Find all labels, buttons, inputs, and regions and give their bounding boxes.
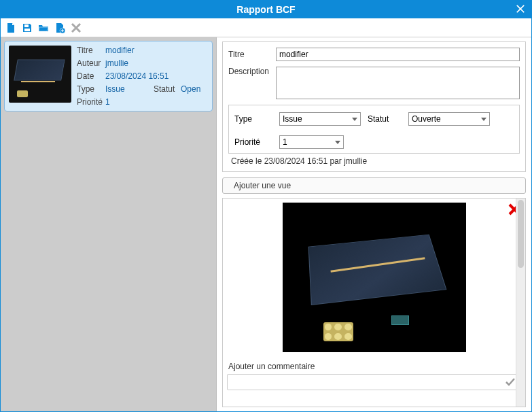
scroll-thumb[interactable]: [518, 200, 524, 268]
card-title-label: Titre: [77, 46, 105, 55]
card-type-value: Issue: [105, 84, 154, 94]
delete-button: [70, 22, 82, 34]
file-plus-icon: [54, 22, 65, 33]
add-file-button[interactable]: [54, 22, 66, 34]
priority-label: Priorité: [234, 137, 272, 147]
priority-select[interactable]: 1: [279, 135, 344, 149]
comment-input-box[interactable]: [227, 374, 521, 390]
issue-thumbnail: [9, 46, 71, 103]
check-icon: [504, 376, 516, 388]
svg-rect-0: [24, 24, 29, 27]
toolbar: [1, 18, 531, 37]
add-comment-label: Ajouter un commentaire: [228, 362, 521, 371]
card-author-value: jmullie: [105, 58, 208, 68]
view-image[interactable]: [283, 203, 466, 352]
status-label: Statut: [368, 114, 402, 124]
issue-list-panel: Titre modifier Auteur jmullie Date 23/08…: [1, 37, 217, 411]
close-icon: [516, 4, 525, 14]
dialog-title: Rapport BCF: [236, 4, 295, 15]
title-label: Titre: [228, 50, 276, 59]
svg-rect-1: [24, 29, 30, 31]
card-status-value: Open: [181, 84, 208, 94]
content-area: Titre modifier Auteur jmullie Date 23/08…: [1, 37, 531, 411]
card-priority-value: 1: [105, 97, 208, 107]
open-folder-button[interactable]: [37, 22, 50, 34]
form-panel: Titre Description Type Issue Statut Ouve…: [222, 41, 526, 172]
save-icon: [22, 22, 33, 33]
issue-card-fields: Titre modifier Auteur jmullie Date 23/08…: [77, 46, 208, 107]
new-file-button[interactable]: [5, 22, 17, 34]
titlebar: Rapport BCF: [1, 1, 531, 18]
status-select[interactable]: Ouverte: [408, 112, 490, 126]
confirm-comment-button[interactable]: [504, 376, 516, 388]
card-priority-label: Priorité: [77, 97, 105, 107]
description-input[interactable]: [276, 67, 520, 99]
card-date-value: 23/08/2024 16:51: [105, 71, 208, 81]
close-button[interactable]: [514, 2, 527, 16]
type-select[interactable]: Issue: [279, 112, 361, 126]
status-subpanel: Type Issue Statut Ouverte Priorité 1: [228, 105, 520, 154]
scrollbar[interactable]: [516, 199, 525, 407]
description-label: Description: [228, 67, 276, 76]
card-date-label: Date: [77, 71, 105, 81]
detail-panel: Titre Description Type Issue Statut Ouve…: [217, 37, 531, 411]
delete-icon: [71, 22, 82, 33]
card-title-value: modifier: [105, 46, 208, 55]
created-text: Créée le 23/08/2024 16:51 par jmullie: [228, 156, 520, 166]
view-panel: Ajouter un commentaire: [222, 198, 526, 407]
title-input[interactable]: [276, 48, 520, 61]
card-type-label: Type: [77, 84, 105, 94]
card-author-label: Auteur: [77, 58, 105, 68]
save-button[interactable]: [21, 22, 33, 34]
dialog-window: Rapport BCF Titre modifier Auteur jmulli…: [0, 0, 532, 412]
issue-card[interactable]: Titre modifier Auteur jmullie Date 23/08…: [4, 41, 213, 111]
folder-open-icon: [38, 22, 49, 33]
file-icon: [5, 22, 16, 33]
add-view-button[interactable]: Ajouter une vue: [222, 177, 526, 194]
type-label: Type: [234, 114, 272, 124]
card-status-label: Statut: [154, 84, 181, 94]
